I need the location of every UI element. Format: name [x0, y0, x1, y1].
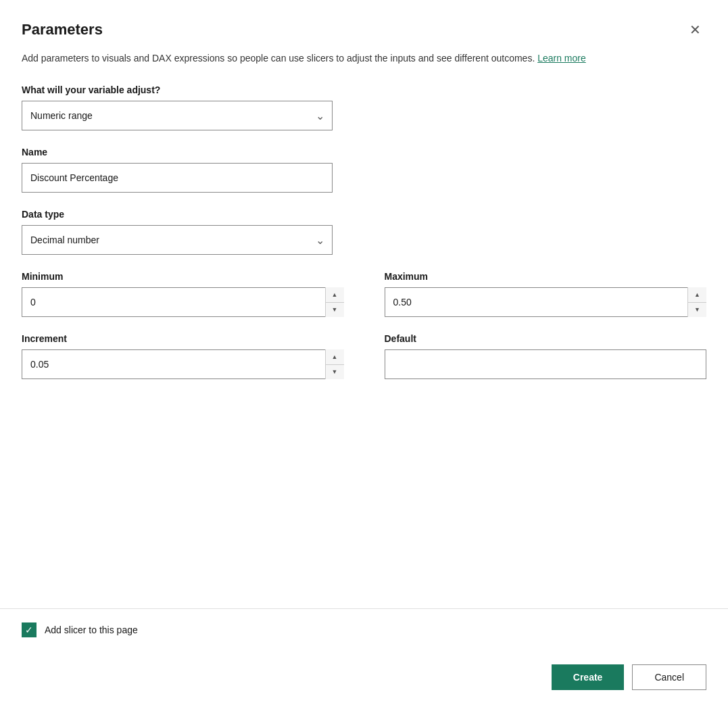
maximum-spin-up[interactable]: ▲ [688, 287, 706, 303]
increment-input-wrapper: ▲ ▼ [22, 349, 344, 379]
dialog-body: Add parameters to visuals and DAX expres… [0, 51, 728, 502]
description-text: Add parameters to visuals and DAX expres… [22, 51, 706, 66]
maximum-spin-down[interactable]: ▼ [688, 303, 706, 318]
maximum-input[interactable] [385, 287, 707, 317]
increment-default-row: Increment ▲ ▼ Default [22, 333, 706, 379]
datatype-select[interactable]: Decimal numberWhole number [22, 225, 333, 255]
minimum-label: Minimum [22, 271, 344, 282]
add-slicer-checkbox[interactable]: ✓ [22, 622, 37, 637]
variable-select[interactable]: Numeric rangeList of values [22, 101, 333, 130]
increment-spin-up[interactable]: ▲ [326, 349, 344, 365]
minimum-spin-up[interactable]: ▲ [326, 287, 344, 303]
default-col: Default [385, 333, 707, 379]
increment-spin-buttons: ▲ ▼ [325, 349, 344, 379]
checkmark-icon: ✓ [25, 625, 33, 635]
variable-select-wrapper: Numeric rangeList of values ⌄ [22, 101, 333, 130]
name-label: Name [22, 147, 706, 157]
default-input-wrapper [385, 349, 707, 379]
increment-col: Increment ▲ ▼ [22, 333, 344, 379]
minmax-row: Minimum ▲ ▼ Maximum ▲ ▼ [22, 271, 706, 317]
dialog-title: Parameters [22, 21, 103, 39]
add-slicer-label: Add slicer to this page [45, 625, 138, 635]
name-input[interactable] [22, 163, 333, 193]
increment-label: Increment [22, 333, 344, 344]
minimum-input[interactable] [22, 287, 344, 317]
add-slicer-row: ✓ Add slicer to this page [22, 622, 706, 637]
dialog-header: Parameters ✕ [0, 0, 728, 51]
minimum-spin-buttons: ▲ ▼ [325, 287, 344, 317]
name-section: Name [22, 147, 706, 193]
increment-spin-down[interactable]: ▼ [326, 365, 344, 380]
maximum-input-wrapper: ▲ ▼ [385, 287, 707, 317]
variable-section: What will your variable adjust? Numeric … [22, 84, 706, 130]
cancel-button[interactable]: Cancel [632, 664, 706, 690]
minimum-col: Minimum ▲ ▼ [22, 271, 344, 317]
variable-label: What will your variable adjust? [22, 84, 706, 95]
close-button[interactable]: ✕ [684, 19, 706, 41]
default-input[interactable] [385, 349, 707, 379]
datatype-label: Data type [22, 209, 706, 220]
learn-more-link[interactable]: Learn more [537, 53, 586, 64]
minimum-spin-down[interactable]: ▼ [326, 303, 344, 318]
maximum-label: Maximum [385, 271, 707, 282]
maximum-col: Maximum ▲ ▼ [385, 271, 707, 317]
default-label: Default [385, 333, 707, 344]
dialog-footer: ✓ Add slicer to this page [0, 608, 728, 651]
datatype-select-wrapper: Decimal numberWhole number ⌄ [22, 225, 333, 255]
maximum-spin-buttons: ▲ ▼ [687, 287, 706, 317]
minimum-input-wrapper: ▲ ▼ [22, 287, 344, 317]
parameters-dialog: Parameters ✕ Add parameters to visuals a… [0, 0, 728, 709]
increment-input[interactable] [22, 349, 344, 379]
create-button[interactable]: Create [552, 664, 625, 690]
dialog-actions: Create Cancel [0, 651, 728, 709]
datatype-section: Data type Decimal numberWhole number ⌄ [22, 209, 706, 255]
